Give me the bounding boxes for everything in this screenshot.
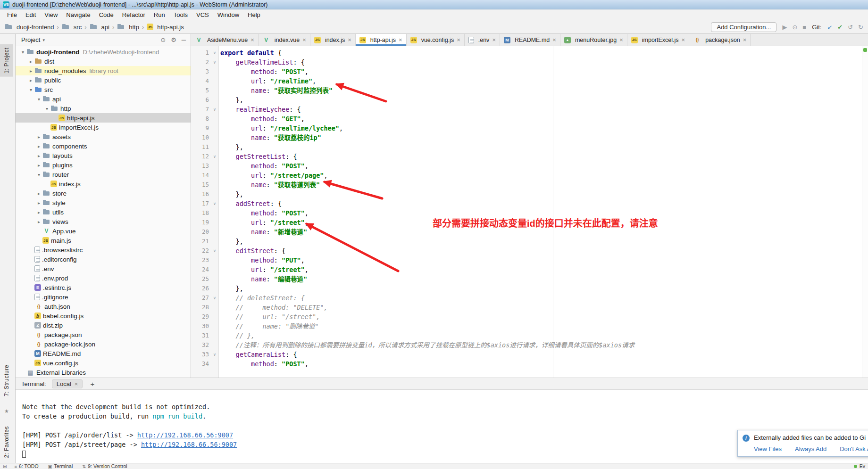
line-number[interactable]: 7 bbox=[191, 105, 209, 114]
event-log-icon[interactable] bbox=[854, 465, 857, 468]
line-number[interactable]: 24 bbox=[191, 265, 209, 274]
line-number[interactable]: 16 bbox=[191, 189, 209, 199]
tree-item-browserslistrc[interactable]: .browserslistrc bbox=[16, 245, 191, 255]
chevron-right-icon[interactable]: ▸ bbox=[27, 78, 34, 83]
chevron-right-icon[interactable]: ▸ bbox=[35, 219, 42, 224]
line-number[interactable]: 34 bbox=[191, 359, 209, 369]
menu-item-navigate[interactable]: Navigate bbox=[62, 10, 94, 19]
close-icon[interactable]: × bbox=[619, 36, 623, 43]
line-number[interactable]: 26 bbox=[191, 284, 209, 293]
stop-icon[interactable]: ■ bbox=[802, 24, 806, 31]
tree-item-app-vue[interactable]: VApp.vue bbox=[16, 226, 191, 236]
tab-http-api-js[interactable]: JShttp-api.js× bbox=[356, 34, 407, 46]
fold-icon[interactable]: ∨ bbox=[209, 246, 220, 255]
line-number[interactable]: 15 bbox=[191, 180, 209, 189]
line-number[interactable]: 1 bbox=[191, 48, 209, 58]
chevron-right-icon[interactable]: ▸ bbox=[35, 191, 42, 196]
line-number[interactable]: 20 bbox=[191, 227, 209, 237]
menu-item-file[interactable]: File bbox=[3, 10, 21, 19]
line-number[interactable]: 32 bbox=[191, 340, 209, 350]
breadcrumb-item-src[interactable]: src bbox=[62, 23, 82, 31]
history-icon[interactable]: ↺ bbox=[848, 24, 853, 31]
tab-package-json[interactable]: {}package.json× bbox=[689, 34, 751, 46]
tree-item-env-prod[interactable]: .env.prod bbox=[16, 273, 191, 283]
line-number[interactable]: 23 bbox=[191, 255, 209, 265]
tree-item-dist[interactable]: ▸dist bbox=[16, 57, 191, 66]
fold-icon[interactable]: ∨ bbox=[209, 105, 220, 114]
breadcrumb-item-api[interactable]: api bbox=[90, 23, 109, 31]
close-icon[interactable]: × bbox=[492, 36, 496, 43]
chevron-right-icon[interactable]: ▸ bbox=[35, 153, 42, 158]
fold-icon[interactable]: ∨ bbox=[209, 350, 220, 359]
close-icon[interactable]: × bbox=[399, 36, 402, 43]
menu-item-window[interactable]: Window bbox=[213, 10, 243, 19]
line-number[interactable]: 33 bbox=[191, 350, 209, 359]
refresh-icon[interactable]: ↻ bbox=[858, 24, 863, 31]
line-number[interactable]: 21 bbox=[191, 237, 209, 246]
tab-index-js[interactable]: JSindex.js× bbox=[310, 34, 356, 46]
chevron-down-icon[interactable]: ▾ bbox=[27, 87, 34, 92]
breadcrumb-item-duoji-frontend[interactable]: duoji-frontend bbox=[5, 23, 54, 31]
line-number[interactable]: 4 bbox=[191, 76, 209, 86]
menu-item-refactor[interactable]: Refactor bbox=[118, 10, 150, 19]
tree-item-plugins[interactable]: ▸plugins bbox=[16, 160, 191, 170]
line-number[interactable]: 28 bbox=[191, 303, 209, 312]
chevron-right-icon[interactable]: ▸ bbox=[35, 163, 42, 168]
debug-icon[interactable]: ⊙ bbox=[792, 24, 797, 31]
chevron-right-icon[interactable]: ▸ bbox=[27, 59, 34, 64]
chevron-right-icon[interactable]: ▸ bbox=[35, 134, 42, 140]
fold-icon[interactable]: ∨ bbox=[209, 152, 220, 161]
close-icon[interactable]: × bbox=[743, 36, 747, 43]
editor-scrollbar[interactable] bbox=[862, 46, 868, 378]
chevron-right-icon[interactable]: ▸ bbox=[35, 144, 42, 149]
close-icon[interactable]: × bbox=[457, 36, 460, 43]
tab-env[interactable]: .env× bbox=[465, 34, 500, 46]
line-number[interactable]: 10 bbox=[191, 133, 209, 142]
line-number[interactable]: 8 bbox=[191, 114, 209, 123]
tree-item-external-libraries[interactable]: ▤External Libraries bbox=[16, 368, 191, 377]
terminal-link[interactable]: http://192.168.66.56:9007 bbox=[137, 431, 233, 439]
tree-item-index-js[interactable]: JSindex.js bbox=[16, 179, 191, 189]
code-editor[interactable]: 1∨export default {2∨ getRealTimeList: {3… bbox=[191, 46, 868, 378]
tree-item-layouts[interactable]: ▸layouts bbox=[16, 151, 191, 160]
tree-item-public[interactable]: ▸public bbox=[16, 75, 191, 85]
line-number[interactable]: 12 bbox=[191, 152, 209, 161]
tool-stripe-structure[interactable]: 7: Structure bbox=[0, 362, 13, 400]
event-log-label[interactable]: Ev bbox=[860, 463, 865, 469]
fold-icon[interactable]: ∨ bbox=[209, 48, 220, 58]
toolwindow-switcher-icon[interactable]: ⊞ bbox=[3, 464, 7, 469]
gear-icon[interactable]: ⚙ bbox=[171, 36, 176, 43]
status-item-6-todo[interactable]: ≡6: TODO bbox=[14, 463, 38, 469]
tab-index-vue[interactable]: Vindex.vue× bbox=[259, 34, 310, 46]
menu-item-edit[interactable]: Edit bbox=[21, 10, 40, 19]
status-item-terminal[interactable]: ▣Terminal bbox=[48, 463, 73, 469]
menu-item-view[interactable]: View bbox=[40, 10, 62, 19]
tree-item-dist-zip[interactable]: Zdist.zip bbox=[16, 321, 191, 330]
tree-item-gitignore[interactable]: .gitignore bbox=[16, 292, 191, 302]
run-icon[interactable]: ▶ bbox=[782, 24, 787, 31]
line-number[interactable]: 25 bbox=[191, 274, 209, 284]
tree-item-editorconfig[interactable]: .editorconfig bbox=[16, 255, 191, 264]
line-number[interactable]: 6 bbox=[191, 95, 209, 105]
notification-link-always-add[interactable]: Always Add bbox=[795, 445, 826, 453]
chevron-right-icon[interactable]: ▸ bbox=[35, 210, 42, 215]
line-number[interactable]: 29 bbox=[191, 312, 209, 321]
git-commit-icon[interactable]: ✔ bbox=[837, 24, 843, 31]
line-number[interactable]: 27 bbox=[191, 293, 209, 303]
line-number[interactable]: 13 bbox=[191, 161, 209, 171]
tree-item-src[interactable]: ▾src bbox=[16, 85, 191, 94]
tree-item-router[interactable]: ▾router bbox=[16, 170, 191, 179]
menu-item-code[interactable]: Code bbox=[95, 10, 118, 19]
status-item-9-version-control[interactable]: ⇅9: Version Control bbox=[82, 463, 127, 469]
terminal-tab-local[interactable]: Local × bbox=[52, 379, 83, 388]
notification-link-don-t-ask-agai[interactable]: Don't Ask Agai bbox=[840, 445, 868, 453]
tool-stripe-project[interactable]: 1: Project bbox=[0, 44, 13, 77]
project-view-selector[interactable]: Project ▾ bbox=[21, 36, 45, 43]
line-number[interactable]: 14 bbox=[191, 171, 209, 180]
tree-item-http-api-js[interactable]: JShttp-api.js bbox=[16, 113, 191, 123]
add-configuration-button[interactable]: Add Configuration... bbox=[711, 22, 776, 32]
fold-icon[interactable]: ∨ bbox=[209, 199, 220, 208]
tree-item-node-modules[interactable]: ▸node_moduleslibrary root bbox=[16, 66, 191, 75]
tree-item-style[interactable]: ▸style bbox=[16, 198, 191, 207]
fold-icon[interactable]: ∨ bbox=[209, 58, 220, 67]
